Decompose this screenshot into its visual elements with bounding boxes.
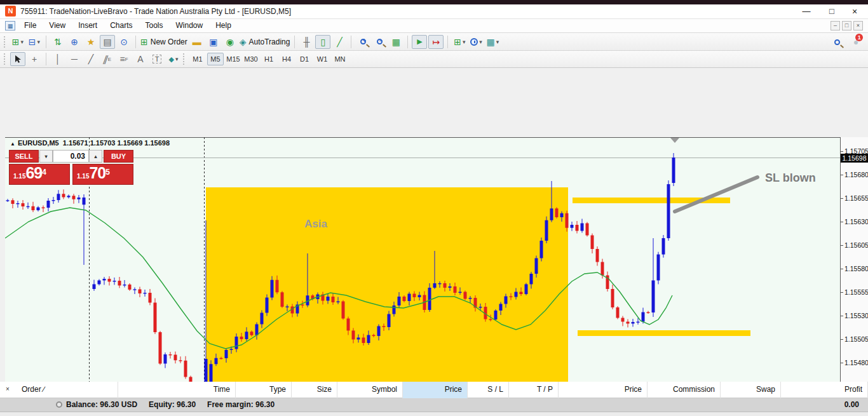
crosshair-tool-button[interactable]: + xyxy=(27,52,42,66)
window-close-button[interactable]: × xyxy=(844,4,865,18)
timeframe-d1[interactable]: D1 xyxy=(296,53,313,65)
candle xyxy=(47,201,50,208)
timeframe-m30[interactable]: M30 xyxy=(243,53,259,65)
column-header-swap[interactable]: Swap xyxy=(721,382,781,398)
horizontal-line-tool-button[interactable]: ─ xyxy=(67,52,82,66)
line-chart-button[interactable]: ╱ xyxy=(332,35,347,49)
window-maximize-button[interactable]: □ xyxy=(821,4,843,18)
toolbox-close-button[interactable]: × xyxy=(3,384,13,394)
fibonacci-tool-button[interactable]: ≡F xyxy=(116,52,132,66)
timeframe-h1[interactable]: H1 xyxy=(261,53,277,65)
deposit-button[interactable]: ▬ xyxy=(189,35,205,49)
auto-scroll-button[interactable]: ▶ xyxy=(412,35,427,49)
column-header-symbol[interactable]: Symbol xyxy=(337,382,403,398)
candle xyxy=(560,213,564,217)
symbol-collapse-icon[interactable]: ▲ xyxy=(10,141,15,147)
mdi-minimize-button[interactable]: – xyxy=(831,21,840,30)
chart-shift-marker-icon[interactable] xyxy=(670,138,679,143)
label-tool-button[interactable]: T xyxy=(149,52,165,66)
sl-blown-trend-line[interactable] xyxy=(675,177,757,211)
menu-view[interactable]: View xyxy=(43,19,72,32)
vertical-line-tool-button[interactable]: │ xyxy=(50,52,65,66)
candle xyxy=(332,297,335,302)
asia-label[interactable]: Asia xyxy=(304,218,327,230)
candlestick-chart-button[interactable]: ▯ xyxy=(315,35,330,49)
notifications-button[interactable]: ●1 xyxy=(848,35,864,49)
menu-charts[interactable]: Charts xyxy=(104,19,139,32)
timeframe-w1[interactable]: W1 xyxy=(314,53,330,65)
toolbox-button[interactable]: ▤ xyxy=(100,35,115,49)
toolbar-drag-handle[interactable] xyxy=(4,53,7,65)
column-header-profit[interactable]: Profit xyxy=(781,382,868,398)
column-header-type[interactable]: Type xyxy=(236,382,292,398)
menu-file[interactable]: File xyxy=(18,19,43,32)
search-button[interactable] xyxy=(829,35,844,49)
timeframe-h4[interactable]: H4 xyxy=(278,53,295,65)
autotrading-button[interactable]: ◈AutoTrading xyxy=(239,35,291,49)
toolbar-drag-handle[interactable] xyxy=(183,53,186,65)
buy-price-button[interactable]: 1.15705 xyxy=(72,164,133,185)
cursor-tool-button[interactable] xyxy=(10,52,25,66)
timeframe-m5[interactable]: M5 xyxy=(207,53,224,65)
zoom-out-button[interactable]: − xyxy=(372,35,387,49)
navigator-button[interactable]: ★ xyxy=(83,35,98,49)
mdi-restore-button[interactable]: □ xyxy=(842,21,851,30)
support-zone-bar[interactable] xyxy=(578,330,750,336)
templates-button[interactable]: ▦▾ xyxy=(485,35,500,49)
candle xyxy=(581,224,584,231)
favorites-star-icon: ★ xyxy=(87,37,95,46)
channel-tool-button[interactable]: ∥E xyxy=(100,52,115,66)
zoom-in-button[interactable]: + xyxy=(355,35,370,49)
window-minimize-button[interactable]: — xyxy=(796,4,817,18)
menu-window[interactable]: Window xyxy=(170,19,210,32)
column-header-tp[interactable]: T / P xyxy=(509,382,559,398)
chart-profiles-button[interactable]: ⊟▾ xyxy=(27,35,42,49)
buy-button[interactable]: BUY xyxy=(104,150,133,163)
candle xyxy=(510,297,513,297)
volume-input[interactable]: 0.03 xyxy=(53,150,89,163)
timeframe-m1[interactable]: M1 xyxy=(189,53,206,65)
new-order-button[interactable]: ⊞New Order xyxy=(140,35,188,49)
indicators-button[interactable]: ⊞▾ xyxy=(452,35,467,49)
column-header-order[interactable]: Order ∕ xyxy=(17,382,118,398)
market-watch-button[interactable]: ⇅ xyxy=(50,35,65,49)
volume-increase-button[interactable]: ▴ xyxy=(89,150,102,163)
strategy-tester-button[interactable]: ⊙ xyxy=(116,35,132,49)
sell-price-button[interactable]: 1.15694 xyxy=(9,164,70,185)
column-header-time[interactable]: Time xyxy=(118,382,236,398)
column-header-price[interactable]: Price xyxy=(559,382,648,398)
column-header-price[interactable]: Price xyxy=(403,382,468,398)
candle xyxy=(98,281,101,285)
bar-chart-button[interactable]: ╫ xyxy=(299,35,314,49)
periods-button[interactable]: ▾ xyxy=(468,35,484,49)
chart-window-icon: ▦ xyxy=(5,21,15,30)
sl-blown-label[interactable]: SL blown xyxy=(765,171,816,184)
column-header-size[interactable]: Size xyxy=(292,382,337,398)
candle xyxy=(57,194,60,200)
drawing-toolbar: + │ ─ ╱ ∥E ≡F A T ◆▾ M1M5M15M30H1H4D1W1M… xyxy=(0,51,868,68)
menu-insert[interactable]: Insert xyxy=(72,19,104,32)
signals-button[interactable]: ◉ xyxy=(222,35,238,49)
toolbar-drag-handle[interactable] xyxy=(4,36,7,48)
menu-tools[interactable]: Tools xyxy=(139,19,170,32)
candle xyxy=(245,332,248,339)
column-header-sl[interactable]: S / L xyxy=(468,382,509,398)
volume-decrease-button[interactable]: ▾ xyxy=(39,150,53,163)
text-tool-button[interactable]: A xyxy=(133,52,148,66)
timeframe-mn[interactable]: MN xyxy=(332,53,348,65)
menu-help[interactable]: Help xyxy=(209,19,238,32)
new-chart-button[interactable]: ⊞▾ xyxy=(10,35,25,49)
mdi-close-button[interactable]: × xyxy=(853,21,863,30)
trendline-tool-button[interactable]: ╱ xyxy=(83,52,98,66)
shapes-tool-button[interactable]: ◆▾ xyxy=(166,52,181,66)
price-axis[interactable]: 1.157051.156801.156551.156301.156051.155… xyxy=(841,137,868,416)
data-window-button[interactable]: ⊕ xyxy=(67,35,82,49)
asia-session-box[interactable] xyxy=(206,187,568,406)
chart-shift-button[interactable]: ↦ xyxy=(428,35,444,49)
column-header-commission[interactable]: Commission xyxy=(648,382,721,398)
sell-button[interactable]: SELL xyxy=(9,150,39,163)
timeframe-m15[interactable]: M15 xyxy=(225,53,241,65)
balance-row[interactable]: Balance: 96.30 USDEquity: 96.30Free marg… xyxy=(0,398,868,412)
web-terminal-button[interactable]: ▣ xyxy=(206,35,221,49)
tile-windows-button[interactable]: ▦ xyxy=(388,35,403,49)
